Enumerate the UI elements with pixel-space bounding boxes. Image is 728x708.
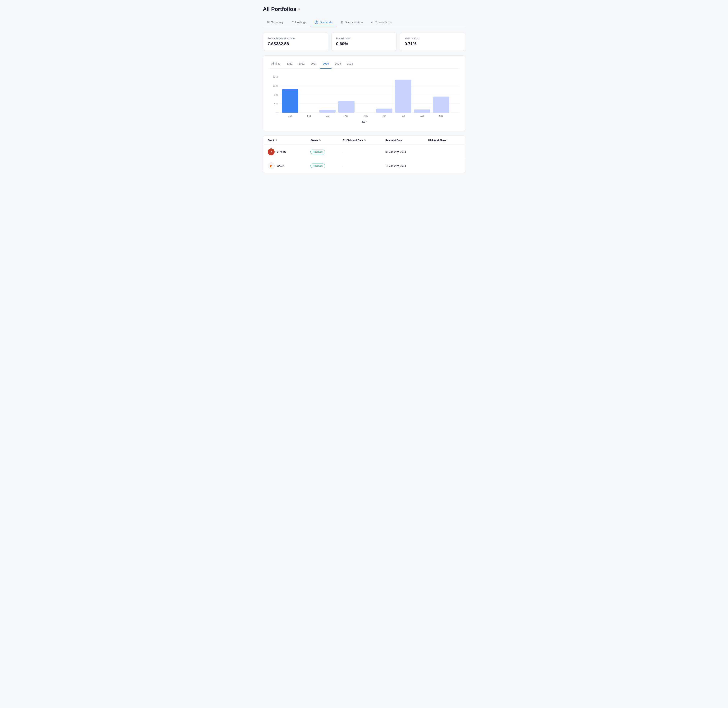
- sort-status-icon[interactable]: ⇅: [319, 139, 321, 142]
- ticker-vfv: VFV.TO: [277, 150, 286, 154]
- portfolio-yield-value: 0.60%: [336, 41, 392, 46]
- svg-rect-13: [319, 110, 336, 113]
- svg-text:Feb: Feb: [307, 115, 311, 117]
- tab-holdings-label: Holdings: [295, 20, 306, 24]
- year-tab-2022[interactable]: 2022: [295, 61, 308, 66]
- svg-text:$80: $80: [274, 94, 278, 96]
- metric-yield-on-cost: Yield on Cost 0.71%: [400, 33, 465, 51]
- svg-text:Apr: Apr: [344, 115, 348, 117]
- stock-cell-vfv: V VFV.TO: [268, 148, 311, 155]
- tab-transactions[interactable]: ⇄ Transactions: [367, 18, 396, 27]
- metric-portfolio-yield: Portfolio Yield 0.60%: [331, 33, 397, 51]
- col-ex-div-label: Ex-Dividend Date: [343, 139, 363, 142]
- chart-section: All-time 2021 2022 2023 2024 2025 2026 $…: [263, 55, 465, 131]
- payment-date-vfv: 08 January, 2024: [385, 150, 428, 154]
- svg-rect-22: [414, 110, 430, 113]
- metric-cards: Annual Dividend Income CA$332.56 Portfol…: [263, 33, 465, 51]
- year-tab-2021[interactable]: 2021: [283, 61, 295, 66]
- ex-div-date-vfv: -: [343, 150, 385, 154]
- col-stock-label: Stock: [268, 139, 275, 142]
- year-tab-2023[interactable]: 2023: [308, 61, 320, 66]
- annual-income-label: Annual Dividend Income: [268, 37, 324, 40]
- avatar-vfv: V: [268, 148, 275, 155]
- year-tab-2024[interactable]: 2024: [320, 61, 332, 69]
- year-tab-2025[interactable]: 2025: [332, 61, 344, 66]
- col-header-payment-date: Payment Date: [385, 139, 428, 142]
- table-row: e BABA Received - 18 January, 2024: [263, 159, 465, 173]
- tab-dividends-label: Dividends: [320, 20, 332, 24]
- tab-summary[interactable]: ⊞ Summary: [263, 17, 288, 27]
- page-title: All Portfolios: [263, 6, 296, 12]
- col-status-label: Status: [311, 139, 318, 142]
- svg-text:$160: $160: [273, 75, 278, 78]
- sort-stock-icon[interactable]: ⇅: [275, 139, 277, 142]
- stock-cell-baba: e BABA: [268, 162, 311, 169]
- col-header-status: Status ⇅: [311, 139, 343, 142]
- status-badge-baba: Received: [311, 164, 325, 168]
- chart-svg: $160 $120 $80 $40 $0 Jan Feb: [269, 73, 460, 127]
- ticker-baba: BABA: [277, 164, 285, 167]
- diversification-icon: ◎: [341, 20, 343, 24]
- svg-text:$0: $0: [275, 112, 278, 114]
- svg-text:Jul: Jul: [402, 115, 404, 117]
- svg-text:$40: $40: [274, 103, 278, 105]
- col-payment-label: Payment Date: [385, 139, 402, 142]
- avatar-baba: e: [268, 162, 275, 169]
- status-cell-vfv: Received: [311, 149, 343, 154]
- table-header-row: Stock ⇅ Status ⇅ Ex-Dividend Date ⇅ Paym…: [263, 136, 465, 145]
- svg-rect-15: [338, 101, 355, 113]
- svg-rect-10: [282, 89, 298, 113]
- dividend-table: Stock ⇅ Status ⇅ Ex-Dividend Date ⇅ Paym…: [263, 136, 465, 173]
- nav-tabs: ⊞ Summary ≡ Holdings $ Dividends ◎ Diver…: [263, 17, 465, 27]
- yield-on-cost-label: Yield on Cost: [404, 37, 460, 40]
- tab-diversification-label: Diversification: [345, 20, 363, 24]
- svg-text:Mar: Mar: [325, 115, 330, 117]
- year-tab-alltime[interactable]: All-time: [269, 61, 283, 66]
- col-dividend-label: Dividend/Share: [428, 139, 446, 142]
- svg-rect-18: [376, 109, 392, 113]
- portfolio-dropdown-icon[interactable]: ▾: [298, 7, 300, 11]
- tab-holdings[interactable]: ≡ Holdings: [288, 18, 311, 27]
- col-header-ex-dividend-date: Ex-Dividend Date ⇅: [343, 139, 385, 142]
- payment-date-baba: 18 January, 2024: [385, 164, 428, 167]
- annual-income-value: CA$332.56: [268, 41, 324, 46]
- yield-on-cost-value: 0.71%: [404, 41, 460, 46]
- svg-rect-24: [433, 97, 449, 113]
- ex-div-date-baba: -: [343, 164, 385, 167]
- dividends-icon: $: [315, 20, 318, 24]
- holdings-icon: ≡: [292, 20, 294, 24]
- metric-annual-income: Annual Dividend Income CA$332.56: [263, 33, 328, 51]
- svg-text:Aug: Aug: [420, 115, 424, 117]
- summary-icon: ⊞: [267, 20, 270, 24]
- col-header-stock: Stock ⇅: [268, 139, 311, 142]
- page-header: All Portfolios ▾: [263, 6, 465, 12]
- table-row: V VFV.TO Received - 08 January, 2024: [263, 145, 465, 159]
- chart-area: $160 $120 $80 $40 $0 Jan Feb: [269, 73, 460, 127]
- year-tabs: All-time 2021 2022 2023 2024 2025 2026: [269, 61, 460, 69]
- portfolio-yield-label: Portfolio Yield: [336, 37, 392, 40]
- status-badge-vfv: Received: [311, 149, 325, 154]
- tab-summary-label: Summary: [271, 20, 283, 24]
- transactions-icon: ⇄: [371, 20, 374, 24]
- svg-text:$120: $120: [273, 85, 278, 87]
- svg-text:Jun: Jun: [382, 115, 386, 117]
- svg-rect-20: [395, 80, 411, 113]
- col-header-dividend: Dividend/Share: [428, 139, 461, 142]
- svg-text:2024: 2024: [362, 120, 366, 123]
- sort-ex-div-icon[interactable]: ⇅: [364, 139, 366, 142]
- svg-text:Sep: Sep: [439, 115, 443, 117]
- status-cell-baba: Received: [311, 164, 343, 168]
- tab-dividends[interactable]: $ Dividends: [311, 18, 337, 27]
- year-tab-2026[interactable]: 2026: [344, 61, 356, 66]
- svg-text:May: May: [364, 115, 368, 117]
- svg-text:Jan: Jan: [288, 115, 292, 117]
- tab-diversification[interactable]: ◎ Diversification: [337, 18, 367, 27]
- tab-transactions-label: Transactions: [375, 20, 391, 24]
